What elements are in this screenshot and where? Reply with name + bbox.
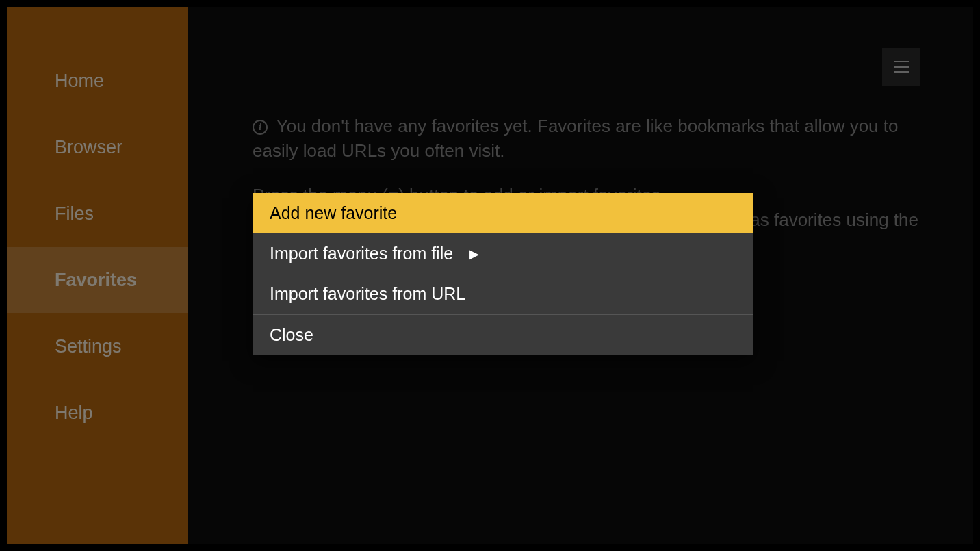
popup-item-add-new-favorite[interactable]: Add new favorite: [253, 193, 753, 233]
popup-item-import-from-file[interactable]: Import favorites from file ▶: [253, 233, 753, 274]
popup-item-label: Close: [270, 325, 313, 345]
app-frame: Home Browser Files Favorites Settings He…: [7, 7, 973, 544]
popup-item-import-from-url[interactable]: Import favorites from URL: [253, 274, 753, 314]
popup-item-label: Import favorites from file: [270, 244, 453, 264]
popup-item-close[interactable]: Close: [253, 314, 753, 355]
favorites-popup-menu: Add new favorite Import favorites from f…: [253, 193, 753, 355]
chevron-right-icon: ▶: [469, 246, 479, 261]
popup-item-label: Add new favorite: [270, 203, 397, 223]
popup-item-label: Import favorites from URL: [270, 284, 465, 304]
